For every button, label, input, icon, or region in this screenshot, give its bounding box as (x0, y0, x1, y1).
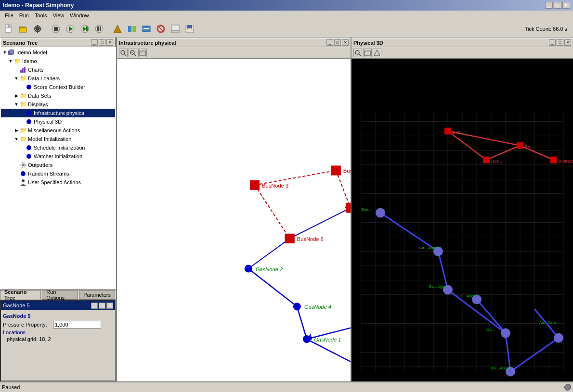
menu-view[interactable]: View (50, 12, 67, 19)
tool-btn-6[interactable] (125, 23, 139, 35)
stop-button[interactable] (49, 23, 63, 35)
tool-btn-7[interactable] (140, 23, 153, 35)
gasnode-close-btn[interactable]: ✕ (106, 303, 113, 309)
tree-item-data-loaders[interactable]: ▼ 📁 Data Loaders (1, 74, 115, 83)
svg-point-36 (22, 164, 25, 166)
physical-3d-canvas: Bus... Bus... BusNode 7 Bus... (352, 59, 573, 381)
infra-panel: Infrastructure physical _ □ ✕ (117, 38, 352, 381)
tree-close-btn[interactable]: ✕ (106, 39, 113, 46)
tool-btn-5[interactable] (111, 23, 124, 35)
toggle-model-init[interactable]: ▼ (13, 136, 19, 142)
scenario-tree-title: Scenario Tree (3, 40, 38, 46)
svg-point-39 (121, 51, 125, 54)
tree-maximize-btn[interactable]: □ (99, 39, 105, 46)
tree-item-watcher-init[interactable]: Watcher Initialization (1, 152, 115, 161)
infra-tool-3[interactable] (138, 49, 147, 57)
close-button[interactable]: ✕ (562, 2, 570, 9)
svg-rect-35 (24, 67, 26, 73)
play-button[interactable] (64, 23, 77, 35)
tree-label-user-actions: User Specified Actions (28, 179, 81, 185)
tree-item-model-init[interactable]: ▼ 📁 Model Initialization (1, 135, 115, 143)
circle-icon-score (25, 83, 33, 91)
svg-point-18 (95, 25, 103, 33)
svg-rect-19 (97, 26, 99, 31)
toggle-displays[interactable]: ▼ (13, 101, 19, 107)
maximize-button[interactable]: □ (554, 2, 561, 9)
open-button[interactable] (16, 23, 30, 35)
tab-scenario-tree[interactable]: Scenario Tree (0, 290, 41, 300)
toggle-misc[interactable]: ▶ (13, 127, 19, 133)
svg-line-61 (307, 339, 351, 366)
physical-tool-1[interactable] (353, 49, 362, 57)
svg-text:BusNode 6: BusNode 6 (297, 236, 324, 242)
svg-rect-4 (19, 28, 26, 32)
tree-label-data-sets: Data Sets (28, 93, 51, 99)
gear-icon-outputters (19, 161, 27, 169)
infra-tool-2[interactable] (129, 49, 137, 57)
gasnode-controls[interactable]: _ □ ✕ (91, 303, 113, 309)
toggle-data-loaders[interactable]: ▼ (13, 76, 19, 81)
gasnode-maximize-btn[interactable]: □ (99, 303, 105, 309)
right-content: Infrastructure physical _ □ ✕ (117, 38, 573, 381)
svg-marker-21 (114, 25, 121, 33)
infra-maximize-btn[interactable]: □ (334, 39, 341, 46)
icon-idemo-model (8, 49, 15, 56)
tree-minimize-btn[interactable]: _ (91, 39, 98, 46)
tree-item-schedule-init[interactable]: Schedule Initialization (1, 143, 115, 152)
infra-minimize-btn[interactable]: _ (326, 39, 333, 46)
tree-item-idemo[interactable]: ▼ 📁 Idemo (1, 57, 115, 65)
tree-item-random[interactable]: Random Streams (1, 169, 115, 178)
physical-minimize-btn[interactable]: _ (549, 39, 556, 46)
locations-label: Locations (3, 329, 26, 336)
settings-button[interactable] (31, 23, 44, 35)
window-controls[interactable]: _ □ ✕ (545, 2, 570, 9)
tool-btn-8[interactable] (154, 23, 168, 35)
svg-line-51 (336, 170, 351, 208)
physical-tool-2[interactable] (363, 49, 372, 57)
tool-btn-10[interactable] (183, 23, 196, 35)
folder-icon-misc: 📁 (19, 126, 27, 134)
pressure-input[interactable] (53, 321, 101, 329)
svg-text:An... Agent: An... Agent (491, 366, 510, 370)
tree-item-data-sets[interactable]: ▶ 📁 Data Sets (1, 91, 115, 100)
svg-text:GasNode 2: GasNode 2 (256, 266, 283, 272)
toggle-datasets[interactable]: ▶ (13, 93, 19, 99)
infra-close-btn[interactable]: ✕ (342, 39, 349, 46)
physical-controls[interactable]: _ □ ✕ (549, 39, 571, 46)
minimize-button[interactable]: _ (545, 2, 553, 9)
tree-item-misc[interactable]: ▶ 📁 Miscellaneous Actions (1, 126, 115, 135)
tree-item-infra-physical[interactable]: Infrastructure physical (1, 109, 115, 117)
tree-item-charts[interactable]: Charts (1, 65, 115, 74)
infra-tool-1[interactable] (119, 49, 128, 57)
menu-file[interactable]: File (2, 12, 16, 19)
tree-item-physical-3d[interactable]: Physical 3D (1, 117, 115, 126)
svg-line-57 (248, 239, 290, 269)
scenario-tree-controls[interactable]: _ □ ✕ (91, 39, 113, 46)
pause-button[interactable] (92, 23, 106, 35)
menu-window[interactable]: Window (67, 12, 91, 19)
new-button[interactable] (2, 23, 15, 35)
tree-item-score-context[interactable]: Score Context Builder (1, 83, 115, 91)
svg-point-81 (303, 335, 311, 343)
tree-item-user-actions[interactable]: User Specified Actions (1, 178, 115, 187)
tree-item-outputters[interactable]: Outputters (1, 161, 115, 169)
tree-label-charts: Charts (28, 67, 43, 73)
tab-parameters[interactable]: Parameters (79, 290, 115, 300)
gasnode-minimize-btn[interactable]: _ (91, 303, 98, 309)
menu-run[interactable]: Run (16, 12, 32, 19)
tree-item-idemo-model[interactable]: ▼ Idemo Model (1, 48, 115, 57)
physical-tool-3[interactable] (373, 49, 381, 57)
tree-item-displays[interactable]: ▼ 📁 Displays (1, 100, 115, 109)
svg-line-59 (248, 269, 297, 307)
toggle-idemo[interactable]: ▼ (8, 58, 13, 64)
infra-controls[interactable]: _ □ ✕ (326, 39, 349, 46)
step-button[interactable] (78, 23, 91, 35)
physical-maximize-btn[interactable]: □ (557, 39, 563, 46)
svg-line-42 (134, 54, 136, 56)
physical-close-btn[interactable]: ✕ (564, 39, 571, 46)
tool-btn-9[interactable] (169, 23, 182, 35)
menu-tools[interactable]: Tools (32, 12, 50, 19)
tab-run-options[interactable]: Run Options (42, 290, 78, 300)
toggle-idemo-model[interactable]: ▼ (2, 50, 8, 55)
tree-label-score: Score Context Builder (34, 84, 85, 90)
